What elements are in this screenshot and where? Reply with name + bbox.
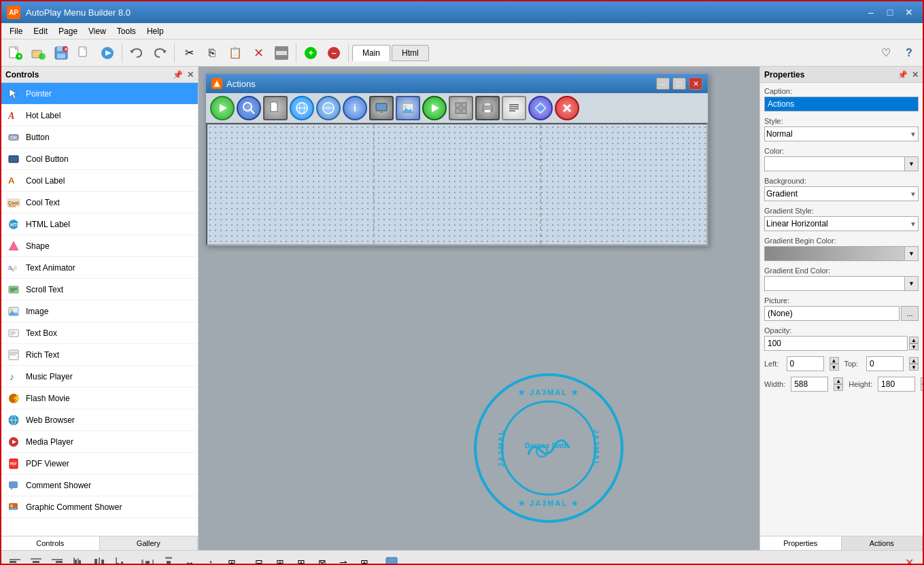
prop-close-icon[interactable]: ✕ xyxy=(912,70,919,80)
add-object-button[interactable]: + xyxy=(300,42,322,64)
control-item-flashmovie[interactable]: ⚡ Flash Movie xyxy=(1,388,198,409)
close-button[interactable]: ✕ xyxy=(901,5,917,19)
picture-browse-btn[interactable]: ... xyxy=(901,306,919,321)
control-item-button[interactable]: OK Button xyxy=(1,126,198,148)
control-item-pdfviewer[interactable]: PDF PDF Viewer xyxy=(1,453,198,475)
favorites-button[interactable]: ♡ xyxy=(875,42,897,64)
menu-help[interactable]: Help xyxy=(141,25,169,37)
undo-button[interactable] xyxy=(126,42,148,64)
center-vert-btn[interactable]: ⊠ xyxy=(313,554,332,566)
canvas-diamond-btn[interactable] xyxy=(528,96,553,120)
picture-input[interactable] xyxy=(764,306,900,321)
menu-edit[interactable]: Edit xyxy=(28,25,53,37)
width-equal-btn[interactable]: ↔ xyxy=(180,554,199,566)
canvas-web-btn[interactable] xyxy=(290,96,314,120)
canvas-close-button[interactable]: ✕ xyxy=(689,78,702,90)
control-item-scrolltext[interactable]: Scroll Text xyxy=(1,279,198,301)
align-left-btn[interactable] xyxy=(5,554,24,566)
canvas-minimize-button[interactable]: – xyxy=(656,78,670,90)
tab-gallery[interactable]: Gallery xyxy=(100,536,199,550)
split-vert-btn[interactable]: ⊞ xyxy=(271,554,290,566)
opacity-input[interactable] xyxy=(764,336,908,351)
gradient-begin-dropdown[interactable]: ▼ xyxy=(904,247,918,260)
canvas-web2-btn[interactable] xyxy=(316,96,341,120)
control-item-coolbutton[interactable]: Cool Button xyxy=(1,148,198,170)
control-item-graphiccommentshower[interactable]: Graphic Comment Shower xyxy=(1,496,198,518)
settings-button[interactable] xyxy=(271,42,292,64)
prop-pin-icon[interactable]: 📌 xyxy=(897,70,908,80)
print-button[interactable] xyxy=(73,42,95,64)
pin-icon[interactable]: 📌 xyxy=(173,70,183,80)
size-equal-btn[interactable]: ⊞ xyxy=(222,554,241,566)
menu-page[interactable]: Page xyxy=(53,25,83,37)
align-middle-btn[interactable] xyxy=(90,554,109,566)
canvas-text-btn[interactable] xyxy=(502,96,526,120)
prop-tab-properties[interactable]: Properties xyxy=(760,536,842,550)
canvas-play-btn[interactable] xyxy=(422,96,447,120)
canvas-image-btn[interactable] xyxy=(396,96,420,120)
split-horiz-btn[interactable]: ⊟ xyxy=(250,554,269,566)
canvas-grid-btn[interactable] xyxy=(449,96,473,120)
preview-final-btn[interactable] xyxy=(382,554,401,566)
width-input[interactable] xyxy=(791,377,828,392)
close-panel-icon[interactable]: ✕ xyxy=(187,70,194,80)
maximize-button[interactable]: □ xyxy=(882,5,898,19)
align-right-btn[interactable] xyxy=(48,554,67,566)
control-item-commentshower[interactable]: Comment Shower xyxy=(1,475,198,496)
opacity-up-btn[interactable]: ▲ xyxy=(909,337,919,343)
gradient-style-select[interactable]: Linear Horizontal ▼ xyxy=(764,216,919,231)
align-top-btn[interactable] xyxy=(69,554,88,566)
copy-button[interactable]: ⎘ xyxy=(201,42,223,64)
control-item-webbrowser[interactable]: Web Browser xyxy=(1,409,198,431)
redo-button[interactable] xyxy=(149,42,171,64)
tab-html[interactable]: Html xyxy=(392,45,429,61)
new-button[interactable]: + xyxy=(4,42,26,64)
color-picker[interactable]: ▼ xyxy=(764,156,919,171)
left-input[interactable] xyxy=(787,356,824,371)
canvas-close-btn[interactable] xyxy=(555,96,579,120)
distribute-btn[interactable]: ⇌ xyxy=(334,554,353,566)
height-input[interactable] xyxy=(878,377,915,392)
tab-main[interactable]: Main xyxy=(352,45,390,61)
width-up[interactable]: ▲ xyxy=(834,377,843,384)
width-down[interactable]: ▼ xyxy=(834,384,843,391)
height-equal-btn[interactable]: ↕ xyxy=(201,554,220,566)
paste-button[interactable]: 📋 xyxy=(224,42,246,64)
gradient-end-dropdown[interactable]: ▼ xyxy=(904,277,918,290)
menu-file[interactable]: File xyxy=(4,25,28,37)
control-item-musicplayer[interactable]: ♪ Music Player xyxy=(1,366,198,388)
opacity-down-btn[interactable]: ▼ xyxy=(909,343,919,350)
background-select[interactable]: Gradient ▼ xyxy=(764,186,919,201)
delete-button[interactable]: ✕ xyxy=(247,42,269,64)
menu-view[interactable]: View xyxy=(83,25,112,37)
canvas-search-btn[interactable] xyxy=(237,96,261,120)
prop-tab-actions[interactable]: Actions xyxy=(842,536,923,550)
left-up[interactable]: ▲ xyxy=(829,357,839,364)
canvas-print-btn[interactable] xyxy=(475,96,500,120)
canvas-file-btn[interactable] xyxy=(263,96,288,120)
control-item-htmllabel[interactable]: HTML HTML Label xyxy=(1,213,198,235)
control-item-richtext[interactable]: Rich Text xyxy=(1,344,198,366)
canvas-info-btn[interactable]: i xyxy=(343,96,367,120)
color-dropdown-btn[interactable]: ▼ xyxy=(904,157,918,171)
open-button[interactable] xyxy=(27,42,49,64)
control-item-textanimator[interactable]: abc Text Animator xyxy=(1,257,198,279)
space-vert-btn[interactable] xyxy=(159,554,178,566)
height-up[interactable]: ▲ xyxy=(921,377,923,384)
cut-button[interactable]: ✂ xyxy=(178,42,200,64)
canvas-screen-btn[interactable] xyxy=(369,96,394,120)
minimize-button[interactable]: – xyxy=(863,5,879,19)
close-bottom-btn[interactable]: ✕ xyxy=(900,554,919,566)
align-center-btn[interactable] xyxy=(27,554,46,566)
menu-tools[interactable]: Tools xyxy=(112,25,141,37)
style-select[interactable]: Normal ▼ xyxy=(764,126,919,141)
caption-input[interactable] xyxy=(764,97,919,112)
control-item-cooltext[interactable]: CoolText Cool Text xyxy=(1,192,198,213)
space-horiz-btn[interactable] xyxy=(138,554,157,566)
grid-lines-btn[interactable]: ⊞ xyxy=(355,554,374,566)
remove-object-button[interactable]: – xyxy=(323,42,345,64)
tab-controls[interactable]: Controls xyxy=(1,536,100,550)
control-item-coollabel[interactable]: A Cool Label xyxy=(1,170,198,192)
save-button[interactable]: ✕ xyxy=(50,42,72,64)
height-down[interactable]: ▼ xyxy=(921,384,923,391)
